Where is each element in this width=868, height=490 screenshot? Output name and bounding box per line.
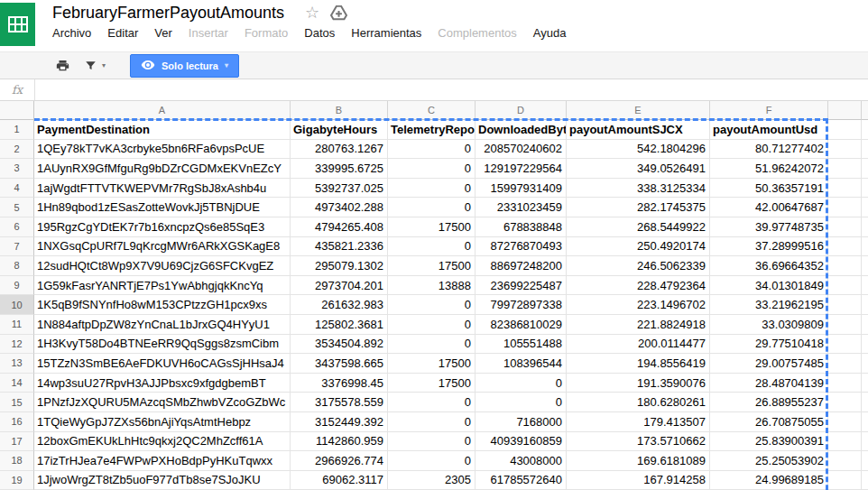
- cell[interactable]: 15TZzN3SmBE6AeFDKUVH6oCAGsSjHHsaJ4: [34, 354, 291, 374]
- cell[interactable]: 17500: [388, 374, 476, 393]
- cell[interactable]: 129197229564: [476, 159, 567, 179]
- cell[interactable]: 295079.1302: [291, 256, 388, 276]
- column-header-c[interactable]: C: [388, 101, 476, 120]
- cell[interactable]: 2973704.201: [291, 276, 388, 296]
- filter-button[interactable]: ▾: [84, 60, 106, 72]
- formula-input[interactable]: [35, 79, 868, 100]
- cell[interactable]: 1QEy78kT7vKA3crbyke5bn6RFa6vpsPcUE: [34, 140, 291, 160]
- cell[interactable]: 4794265.408: [291, 217, 388, 237]
- cell[interactable]: 223.1496702: [567, 295, 710, 315]
- cell[interactable]: 69062.3117: [291, 471, 388, 490]
- column-header-d[interactable]: D: [476, 101, 567, 120]
- cell[interactable]: 0: [388, 393, 476, 412]
- cell[interactable]: 14wp3suU27RpvH3AJJPbsxc9xfgdgbemBT: [34, 374, 291, 393]
- cell[interactable]: 228.4792364: [567, 276, 710, 296]
- cell[interactable]: 0: [388, 237, 476, 257]
- cell[interactable]: 0: [388, 295, 476, 315]
- cell[interactable]: 3437598.665: [291, 354, 388, 374]
- menu-insertar[interactable]: Insertar: [189, 26, 228, 40]
- cell[interactable]: 37.28999516: [710, 237, 828, 257]
- row-number[interactable]: 18: [0, 451, 34, 471]
- cell[interactable]: 194.8556419: [567, 354, 710, 374]
- cell[interactable]: 250.4920174: [567, 237, 710, 257]
- cell[interactable]: 280763.1267: [291, 140, 388, 160]
- row-number[interactable]: 16: [0, 412, 34, 432]
- add-to-drive-icon[interactable]: [330, 5, 347, 24]
- cell[interactable]: 12sudHQtCt8Wp9X7V9U69CjzG6SFCKvgEZ: [34, 256, 291, 276]
- row-number[interactable]: 19: [0, 471, 34, 490]
- row-number[interactable]: 14: [0, 374, 34, 393]
- cell[interactable]: 1JjwoWrgZT8tZb5uoF977dTb8se7SJoJKU: [34, 471, 291, 490]
- cell[interactable]: 282.1745375: [567, 198, 710, 217]
- cell[interactable]: 17500: [388, 256, 476, 276]
- cell[interactable]: 0: [388, 159, 476, 179]
- cell[interactable]: 82386810029: [476, 315, 567, 335]
- cell[interactable]: 678838848: [476, 217, 567, 237]
- header-cell[interactable]: GigabyteHours: [291, 120, 388, 140]
- cell[interactable]: 246.5062339: [567, 256, 710, 276]
- cell[interactable]: 0: [476, 374, 567, 393]
- column-header-f[interactable]: F: [710, 101, 828, 120]
- document-title[interactable]: FebruaryFarmerPayoutAmounts: [52, 4, 284, 23]
- cell[interactable]: 349.0526491: [567, 159, 710, 179]
- cell[interactable]: 88697248200: [476, 256, 567, 276]
- cell[interactable]: 17izTrHJea7e4FWPwPXHoBdpPyHKuTqwxx: [34, 451, 291, 471]
- cell[interactable]: 12boxGmEKUkLhHtc9qkxj2QC2MhZcff61A: [34, 432, 291, 452]
- print-button[interactable]: [55, 59, 70, 73]
- column-header-a[interactable]: A: [34, 101, 291, 120]
- cell[interactable]: 179.413507: [567, 412, 710, 432]
- menu-ayuda[interactable]: Ayuda: [533, 26, 567, 40]
- row-number[interactable]: 6: [0, 217, 34, 237]
- cell[interactable]: 7168000: [476, 412, 567, 432]
- column-header-e[interactable]: E: [567, 101, 710, 120]
- cell[interactable]: 0: [388, 179, 476, 199]
- cell[interactable]: 15997931409: [476, 179, 567, 199]
- row-number[interactable]: 15: [0, 393, 34, 412]
- menu-datos[interactable]: Datos: [304, 26, 335, 40]
- row-number[interactable]: 9: [0, 276, 34, 296]
- row-number[interactable]: 10: [0, 295, 34, 315]
- cell[interactable]: 33.21962195: [710, 295, 828, 315]
- row-number[interactable]: 1: [0, 120, 34, 140]
- cell[interactable]: 1Hn89qbod1zESasZotteWovkJj5TBNjDUE: [34, 198, 291, 217]
- cell[interactable]: 23699225487: [476, 276, 567, 296]
- row-number[interactable]: 12: [0, 335, 34, 355]
- cell[interactable]: 17500: [388, 217, 476, 237]
- cell[interactable]: 43008000: [476, 451, 567, 471]
- select-all-corner[interactable]: [0, 101, 34, 120]
- cell[interactable]: 33.0309809: [710, 315, 828, 335]
- header-cell[interactable]: DownloadedByt: [476, 120, 567, 140]
- header-cell[interactable]: TelemetryRepor: [388, 120, 476, 140]
- cell[interactable]: 3175578.559: [291, 393, 388, 412]
- cell[interactable]: 26.88955237: [710, 393, 828, 412]
- cell[interactable]: 108396544: [476, 354, 567, 374]
- cell[interactable]: 0: [388, 140, 476, 160]
- cell[interactable]: 24.99689185: [710, 471, 828, 490]
- cell[interactable]: 4973402.288: [291, 198, 388, 217]
- row-number[interactable]: 17: [0, 432, 34, 452]
- menu-formato[interactable]: Formato: [245, 26, 288, 40]
- cell[interactable]: 1PNzfJzXQURU5MAzcqSMbZhwbVZcoGZbWc: [34, 393, 291, 412]
- cell[interactable]: 339995.6725: [291, 159, 388, 179]
- cell[interactable]: 0: [388, 198, 476, 217]
- cell[interactable]: 5392737.025: [291, 179, 388, 199]
- cell[interactable]: 29.77510418: [710, 335, 828, 355]
- header-cell[interactable]: PaymentDestination: [34, 120, 291, 140]
- cell[interactable]: 200.0114477: [567, 335, 710, 355]
- cell[interactable]: 0: [388, 335, 476, 355]
- row-number[interactable]: 8: [0, 256, 34, 276]
- header-cell[interactable]: payoutAmountUsd: [710, 120, 828, 140]
- cell[interactable]: 39.97748735: [710, 217, 828, 237]
- row-number[interactable]: 5: [0, 198, 34, 217]
- cell[interactable]: 1K5qB9fSNYnfHo8wM153CPtzzGH1pcx9xs: [34, 295, 291, 315]
- cell[interactable]: 3376998.45: [291, 374, 388, 393]
- cell[interactable]: 180.6280261: [567, 393, 710, 412]
- cell[interactable]: 2331023459: [476, 198, 567, 217]
- filter-dropdown-caret-icon[interactable]: ▾: [102, 61, 106, 69]
- cell[interactable]: 0: [388, 451, 476, 471]
- cell[interactable]: 40939160859: [476, 432, 567, 452]
- menu-complementos[interactable]: Complementos: [438, 26, 516, 40]
- cell[interactable]: 542.1804296: [567, 140, 710, 160]
- cell[interactable]: 34.01301849: [710, 276, 828, 296]
- read-only-button[interactable]: Solo lectura ▾: [130, 54, 239, 78]
